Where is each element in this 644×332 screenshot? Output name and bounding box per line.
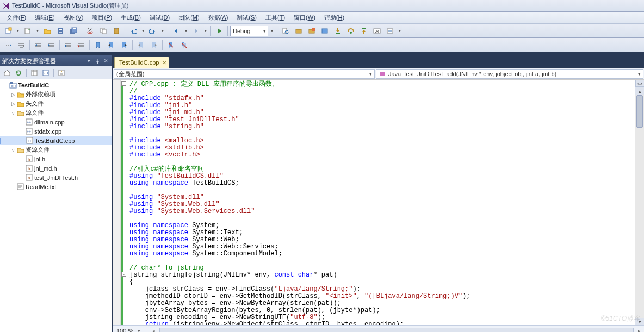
dropdown-icon[interactable]: ▾ — [183, 26, 189, 36]
ext3-button[interactable] — [319, 26, 331, 36]
step-out-button[interactable] — [358, 26, 370, 36]
bookmark-prev-button[interactable] — [105, 40, 117, 51]
hex-button[interactable]: 0x — [371, 26, 383, 36]
menu-v[interactable]: 视图(V) — [59, 12, 88, 23]
dropdown-icon[interactable]: ▾ — [203, 26, 208, 36]
menu-m[interactable]: 团队(M) — [174, 12, 204, 23]
panel-header[interactable]: 解决方案资源管理器 ▾ ✕ — [0, 55, 112, 66]
cut-button[interactable] — [84, 26, 96, 36]
nav-fwd-button[interactable] — [190, 26, 202, 36]
start-debug-button[interactable] — [213, 26, 225, 36]
save-button[interactable] — [54, 26, 66, 36]
find-in-files-button[interactable] — [280, 26, 292, 36]
step-over-button[interactable] — [345, 26, 357, 36]
pin-icon[interactable] — [94, 57, 101, 65]
solution-tree[interactable]: C+TestBuildC▷外部依赖项▷头文件▿源文件++dllmain.cpp+… — [0, 79, 112, 332]
uncomment-button[interactable] — [75, 40, 87, 51]
file-jni-h[interactable]: hjni.h — [0, 154, 112, 164]
scroll-up-icon[interactable]: ▴ — [635, 87, 644, 95]
dropdown-icon[interactable]: ▾ — [397, 26, 403, 36]
menu-b[interactable]: 生成(B) — [116, 12, 145, 23]
file-readme[interactable]: ReadMe.txt — [0, 182, 112, 191]
code-view-button[interactable] — [41, 68, 51, 78]
wordwrap-button[interactable] — [15, 40, 27, 51]
comment-button[interactable] — [62, 40, 74, 51]
toggle-ws-button[interactable] — [2, 40, 14, 51]
member-combo[interactable]: Java_test_JniDllTest_add(JNIEnv * env, j… — [376, 69, 643, 79]
close-icon[interactable]: ✕ — [102, 57, 110, 65]
home-button[interactable] — [2, 68, 12, 78]
bookmark-nextf-button[interactable] — [148, 40, 160, 51]
step-into-button[interactable] — [332, 26, 344, 36]
showall-button[interactable] — [29, 68, 39, 78]
ext2-button[interactable] — [306, 26, 318, 36]
nav-back-button[interactable] — [170, 26, 182, 36]
copy-button[interactable] — [97, 26, 109, 36]
indent-inc-button[interactable] — [45, 40, 57, 51]
folder-external[interactable]: ▷外部依赖项 — [0, 90, 112, 99]
hscroll-left-icon[interactable]: ◂ — [152, 328, 155, 333]
split-button[interactable]: ▭ — [635, 80, 644, 87]
vertical-scrollbar[interactable]: ▭ ▴ ▾ — [635, 80, 644, 325]
bookmark-toggle-button[interactable] — [92, 40, 104, 51]
save-all-button[interactable] — [67, 26, 79, 36]
bookmark-clear-button[interactable] — [165, 40, 177, 51]
dropdown-icon[interactable]: ▾ — [160, 26, 165, 36]
fold-toggle[interactable]: - — [121, 81, 126, 86]
redo-button[interactable] — [147, 26, 159, 36]
bookmark-clearall-button[interactable] — [178, 40, 190, 51]
dropdown-icon[interactable]: ▾ — [15, 26, 21, 36]
add-item-button[interactable]: + — [22, 26, 34, 36]
ext5-button[interactable] — [384, 26, 396, 36]
panel-menu-icon[interactable]: ▾ — [85, 57, 92, 65]
config-combo[interactable]: Debug — [230, 26, 268, 36]
tree-twisty[interactable]: ▿ — [10, 110, 16, 116]
tab-close-icon[interactable]: ✕ — [162, 60, 166, 66]
undo-button[interactable] — [127, 26, 139, 36]
menu-f[interactable]: 文件(F) — [2, 12, 30, 23]
file-stdafx-cpp[interactable]: ++stdafx.cpp — [0, 127, 112, 136]
folder-resource[interactable]: ▿资源文件 — [0, 145, 112, 154]
scope-combo[interactable]: (全局范围) — [114, 69, 375, 79]
file-test_JniDllTest-h[interactable]: htest_JniDllTest.h — [0, 173, 112, 182]
file-dllmain-cpp[interactable]: ++dllmain.cpp — [0, 117, 112, 127]
menu-t[interactable]: 工具(T) — [261, 12, 289, 23]
bookmark-next-button[interactable] — [118, 40, 130, 51]
menu-e[interactable]: 编辑(E) — [30, 12, 59, 23]
dropdown-icon[interactable]: ▾ — [35, 26, 40, 36]
file-TestBuildC-cpp[interactable]: ++TestBuildC.cpp — [0, 136, 112, 145]
folder-headers[interactable]: ▷头文件 — [0, 99, 112, 108]
glyph-margin[interactable] — [113, 80, 121, 325]
dropdown-icon[interactable]: ▾ — [269, 26, 275, 36]
indent-dec-button[interactable] — [32, 40, 44, 51]
paste-button[interactable] — [110, 26, 122, 36]
code-text[interactable]: // CPP.cpp : 定义 DLL 应用程序的导出函数。 // #inclu… — [127, 80, 635, 325]
zoom-level[interactable]: 100 % — [116, 328, 133, 333]
ext1-button[interactable] — [293, 26, 305, 36]
tree-twisty[interactable]: ▿ — [10, 147, 16, 153]
dropdown-icon[interactable]: ▾ — [140, 26, 146, 36]
menu-s[interactable]: 测试(S) — [232, 12, 261, 23]
tree-twisty[interactable]: ▷ — [10, 92, 16, 97]
fold-toggle[interactable]: - — [121, 272, 126, 277]
properties-button[interactable] — [57, 68, 66, 78]
menu-p[interactable]: 项目(P) — [88, 12, 116, 23]
project-node[interactable]: C+TestBuildC — [0, 80, 112, 90]
refresh-button[interactable] — [14, 68, 23, 78]
file-tab-active[interactable]: TestBuildC.cpp ✕ — [114, 57, 169, 68]
menu-d[interactable]: 调试(D) — [145, 12, 174, 23]
horizontal-scrollbar[interactable] — [159, 328, 634, 333]
menu-h[interactable]: 帮助(H) — [320, 12, 349, 23]
bookmark-prevf-button[interactable] — [135, 40, 147, 51]
zoom-dropdown-icon[interactable]: ▾ — [138, 328, 140, 333]
scroll-thumb[interactable] — [636, 95, 643, 128]
menu-w[interactable]: 窗口(W) — [289, 12, 320, 23]
folder-source[interactable]: ▿源文件 — [0, 108, 112, 117]
hscroll-right-icon[interactable]: ▸ — [638, 328, 641, 333]
open-button[interactable] — [41, 26, 53, 36]
outline-margin[interactable]: --- — [121, 80, 127, 325]
new-project-button[interactable] — [2, 26, 14, 36]
tree-twisty[interactable]: ▷ — [10, 101, 16, 107]
file-jni_md-h[interactable]: hjni_md.h — [0, 164, 112, 173]
menu-a[interactable]: 数据(A) — [204, 12, 233, 23]
